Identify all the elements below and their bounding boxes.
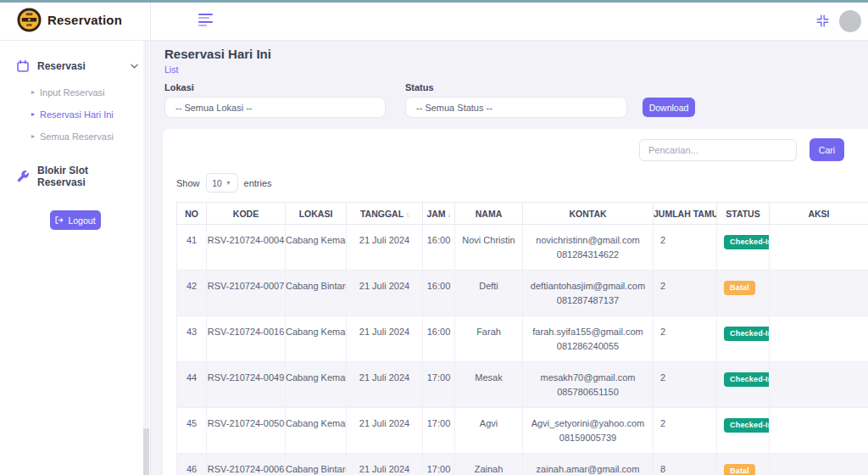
col-kode[interactable]: KODE [207, 203, 286, 225]
cell-kontak: deftiantohasjim@gmail.com081287487137 [523, 271, 654, 316]
sidebar-item-reservasi[interactable]: Reservasi [0, 53, 150, 80]
cell-lokasi: Cabang Kemang [286, 408, 347, 454]
cell-lokasi: Cabang Bintaro [286, 454, 347, 475]
sort-icon[interactable]: ↑↓ [405, 211, 409, 219]
col-kontak[interactable]: KONTAK [523, 203, 654, 225]
table-row: 42 RSV-210724-0007 Cabang Bintaro 21 Jul… [177, 271, 868, 316]
sidebar-item-label: Input Reservasi [40, 87, 104, 98]
cell-jam: 17:00 [423, 362, 455, 408]
show-label: Show [176, 178, 200, 188]
sidebar-item-label: Reservasi [37, 60, 86, 72]
chevron-down-icon [131, 64, 138, 69]
status-badge: Checked-In [724, 372, 770, 387]
cell-tanggal: 21 Juli 2024 [347, 408, 423, 454]
page-size-select[interactable]: 10 ▼ [206, 173, 238, 193]
cell-status: Batal [717, 271, 770, 316]
caret-right-icon: ▸ [31, 89, 35, 96]
col-tanggal[interactable]: TANGGAL↑↓ [347, 203, 423, 225]
cell-no: 44 [177, 362, 207, 408]
status-badge: Checked-In [724, 327, 770, 341]
cell-lokasi: Cabang Kemang [286, 316, 347, 362]
sidebar-item-input-reservasi[interactable]: ▸ Input Reservasi [0, 81, 150, 103]
cell-tanggal: 21 Juli 2024 [347, 362, 423, 408]
status-select-value: -- Semua Status -- [416, 103, 492, 113]
cell-no: 42 [177, 271, 207, 316]
download-button[interactable]: Download [643, 98, 695, 117]
menu-toggle-icon[interactable] [198, 14, 213, 26]
logout-label: Logout [68, 215, 95, 226]
lokasi-select-value: -- Semua Lokasi -- [175, 103, 252, 113]
entries-label: entries [244, 178, 272, 188]
search-input[interactable] [639, 139, 797, 161]
cell-nama: Defti [455, 271, 523, 316]
table-row: 43 RSV-210724-0016 Cabang Kemang 21 Juli… [177, 316, 868, 362]
sidebar-scrollbar-thumb[interactable] [143, 428, 149, 475]
sort-icon[interactable]: ↓ [448, 211, 451, 219]
col-lokasi[interactable]: LOKASI [286, 203, 347, 225]
cell-status: Checked-In [717, 225, 770, 271]
cell-nama: Mesak [455, 362, 523, 408]
fullscreen-toggle-icon[interactable] [816, 14, 829, 27]
cell-aksi [770, 271, 868, 316]
cell-jumlah-tamu: 2 [654, 225, 717, 271]
col-aksi[interactable]: AKSI [770, 203, 868, 225]
brand-title: Reservation [47, 13, 122, 27]
status-badge: Batal [724, 464, 755, 475]
col-status[interactable]: STATUS [717, 203, 770, 225]
status-select[interactable]: -- Semua Status -- [405, 97, 627, 118]
cell-jumlah-tamu: 2 [654, 408, 717, 454]
cell-aksi [770, 225, 868, 271]
col-no[interactable]: NO [177, 203, 207, 225]
user-avatar[interactable] [839, 10, 861, 32]
logout-icon [54, 215, 64, 225]
status-badge: Checked-In [724, 418, 770, 433]
cell-aksi [770, 316, 868, 362]
brand[interactable]: Reservation [0, 0, 150, 41]
cell-nama: Zainah [455, 454, 523, 475]
cell-aksi [770, 362, 868, 408]
cell-jam: 17:00 [423, 408, 455, 454]
cell-kode: RSV-210724-0004 [207, 225, 286, 271]
sidebar-item-semua-reservasi[interactable]: ▸ Semua Reservasi [0, 126, 150, 148]
sidebar-submenu: ▸ Input Reservasi ▸ Reservasi Hari Ini ▸… [0, 80, 150, 151]
logout-button[interactable]: Logout [50, 210, 101, 230]
cell-no: 43 [177, 316, 207, 362]
sidebar: Reservation Reservasi ▸ Input Reservasi [0, 0, 151, 475]
cell-kontak: Agvi_setyorini@yahoo.com08159005739 [523, 408, 654, 454]
sidebar-item-label: Reservasi Hari Ini [40, 109, 114, 120]
col-jam[interactable]: JAM↓ [423, 203, 455, 225]
lokasi-label: Lokasi [164, 82, 194, 92]
cell-lokasi: Cabang Kemang [286, 362, 347, 408]
status-badge: Batal [724, 281, 755, 295]
table-row: 46 RSV-210724-0006 Cabang Bintaro 21 Jul… [177, 454, 868, 475]
cell-status: Checked-In [717, 362, 770, 408]
sidebar-scrollbar[interactable] [143, 41, 149, 475]
calendar-icon [16, 59, 30, 73]
cell-lokasi: Cabang Bintaro [286, 271, 347, 316]
col-nama[interactable]: NAMA [455, 203, 523, 225]
cell-aksi [770, 454, 868, 475]
cell-jam: 17:00 [423, 454, 455, 475]
main-content: Reservasi Hari Ini List Lokasi -- Semua … [151, 41, 868, 475]
lokasi-select[interactable]: -- Semua Lokasi -- [164, 97, 386, 118]
cell-tanggal: 21 Juli 2024 [347, 225, 423, 271]
reservations-table: NO KODE LOKASI TANGGAL↑↓ JAM↓ NAMA KONTA… [176, 202, 868, 475]
sidebar-item-blokir-slot-reservasi[interactable]: Blokir Slot Reservasi [0, 158, 150, 195]
cell-status: Checked-In [717, 316, 770, 362]
sidebar-item-label: Semua Reservasi [40, 131, 114, 142]
cell-no: 45 [177, 408, 207, 454]
sidebar-menu: Reservasi ▸ Input Reservasi ▸ Reservasi … [0, 41, 150, 230]
col-jumlah-tamu[interactable]: JUMLAH TAMU [654, 203, 717, 225]
search-button[interactable]: Cari [810, 138, 844, 161]
cell-kode: RSV-210724-0006 [207, 454, 286, 475]
cell-kode: RSV-210724-0050 [207, 408, 286, 454]
topbar [151, 0, 868, 41]
sidebar-item-reservasi-hari-ini[interactable]: ▸ Reservasi Hari Ini [0, 103, 150, 126]
breadcrumb[interactable]: List [164, 64, 178, 75]
cell-jam: 16:00 [423, 271, 455, 316]
cell-no: 46 [177, 454, 207, 475]
cell-kontak: farah.syifa155@gmail.com081286240055 [523, 316, 654, 362]
table-row: 44 RSV-210724-0049 Cabang Kemang 21 Juli… [177, 362, 868, 408]
cell-kontak: zainah.amar@gmail.com [523, 454, 654, 475]
page-title: Reservasi Hari Ini [164, 47, 271, 61]
